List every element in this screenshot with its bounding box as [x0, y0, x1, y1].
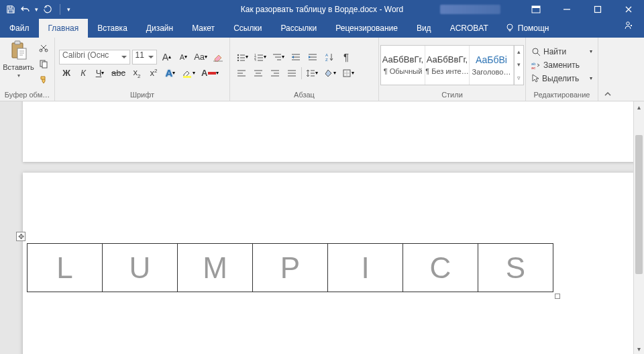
style-normal[interactable]: АаБбВвГг, ¶ Обычный — [381, 46, 425, 85]
table-cell[interactable]: S — [478, 244, 553, 292]
tell-me-help[interactable]: Помощн — [498, 19, 556, 38]
copy-icon[interactable] — [36, 56, 51, 71]
lightbulb-icon — [504, 23, 515, 34]
format-painter-icon[interactable] — [36, 73, 51, 87]
minimize-button[interactable] — [551, 0, 582, 19]
svg-point-10 — [45, 49, 48, 52]
table-cell[interactable]: P — [253, 244, 328, 292]
scroll-up-icon[interactable]: ▴ — [634, 101, 644, 112]
bold-icon[interactable]: Ж — [59, 66, 74, 81]
close-button[interactable] — [613, 0, 644, 19]
tab-acrobat[interactable]: ACROBAT — [441, 19, 498, 38]
maximize-button[interactable] — [582, 0, 613, 19]
replace-button[interactable]: abac Заменить — [530, 58, 594, 72]
table-cell[interactable]: I — [328, 244, 403, 292]
align-center-icon[interactable] — [251, 66, 266, 81]
superscript-icon[interactable]: x2 — [146, 66, 161, 81]
paste-button[interactable]: Вставить ▾ — [4, 40, 34, 79]
tab-references[interactable]: Ссылки — [224, 19, 271, 38]
svg-rect-12 — [42, 62, 47, 68]
chevron-down-icon: ▾ — [590, 75, 592, 81]
document-canvas[interactable]: ✥ L U M P I C S — [16, 101, 633, 354]
tab-design[interactable]: Дизайн — [137, 19, 182, 38]
tab-file[interactable]: Файл — [0, 19, 39, 38]
sort-icon[interactable]: AZ — [322, 50, 337, 64]
svg-point-19 — [237, 59, 239, 60]
vertical-scrollbar[interactable]: ▴ ▾ — [633, 101, 644, 354]
table-cell[interactable]: M — [178, 244, 253, 292]
underline-icon[interactable]: Ч▾ — [93, 66, 107, 81]
svg-text:ac: ac — [531, 66, 535, 69]
align-right-icon[interactable] — [268, 66, 282, 81]
line-spacing-icon[interactable]: ▾ — [304, 66, 320, 81]
align-left-icon[interactable] — [234, 66, 249, 81]
font-name-input[interactable]: Calibri (Оснс — [59, 50, 130, 64]
increase-indent-icon[interactable] — [305, 50, 320, 64]
grow-font-icon[interactable]: A▴ — [159, 50, 174, 64]
cut-icon[interactable] — [36, 40, 51, 55]
tab-insert[interactable]: Вставка — [88, 19, 137, 38]
italic-icon[interactable]: К — [76, 66, 91, 81]
group-label-editing: Редактирование — [530, 89, 594, 101]
scroll-down-icon[interactable]: ▾ — [634, 343, 644, 354]
table-move-handle-icon[interactable]: ✥ — [16, 232, 25, 241]
style-no-spacing[interactable]: АаБбВвГг, ¶ Без инте… — [425, 46, 470, 85]
ribbon-display-options-icon[interactable] — [521, 0, 551, 19]
group-label-paragraph: Абзац — [234, 89, 374, 101]
find-label: Найти — [543, 47, 566, 56]
decrease-indent-icon[interactable] — [288, 50, 303, 64]
bullets-icon[interactable]: ▾ — [234, 50, 250, 64]
strike-icon[interactable]: abc — [109, 66, 127, 81]
vertical-ruler[interactable] — [0, 101, 16, 354]
numbering-icon[interactable]: 123▾ — [252, 50, 268, 64]
text-effects-icon[interactable]: A▾ — [163, 66, 178, 81]
justify-icon[interactable] — [284, 66, 299, 81]
window-controls — [440, 0, 644, 19]
share-button[interactable] — [612, 19, 644, 38]
svg-rect-3 — [595, 7, 601, 13]
undo-icon[interactable] — [20, 4, 31, 15]
tab-review[interactable]: Рецензирование — [326, 19, 407, 38]
save-icon[interactable] — [5, 4, 16, 15]
table-resize-handle-icon[interactable] — [555, 294, 560, 299]
style-heading1[interactable]: АаБбВі Заголово… — [470, 46, 514, 85]
svg-rect-0 — [532, 6, 540, 13]
scroll-thumb[interactable] — [635, 135, 643, 273]
tab-layout[interactable]: Макет — [182, 19, 224, 38]
table-cell[interactable]: U — [103, 244, 178, 292]
collapse-ribbon-icon[interactable] — [598, 38, 617, 101]
table-cell[interactable]: C — [403, 244, 478, 292]
multilevel-list-icon[interactable]: ▾ — [270, 50, 286, 64]
show-marks-icon[interactable]: ¶ — [339, 50, 354, 64]
shading-icon[interactable]: ▾ — [322, 66, 338, 81]
tab-view[interactable]: Вид — [407, 19, 441, 38]
undo-dropdown-icon[interactable]: ▾ — [35, 6, 38, 13]
svg-line-37 — [537, 53, 540, 56]
qat-customize-icon[interactable]: ▾ — [67, 6, 70, 13]
chevron-down-icon: ▾ — [590, 48, 592, 54]
chevron-down-icon: ▾ — [17, 73, 20, 79]
paste-label: Вставить — [3, 63, 34, 71]
change-case-icon[interactable]: Aa▾ — [193, 50, 209, 64]
select-button[interactable]: Выделить ▾ — [530, 72, 594, 85]
font-size-input[interactable]: 11 — [132, 50, 158, 64]
clear-formatting-icon[interactable] — [211, 50, 225, 64]
group-label-font: Шрифт — [59, 89, 225, 101]
redo-icon[interactable] — [42, 4, 53, 15]
table-cell[interactable]: L — [28, 244, 103, 292]
shrink-font-icon[interactable]: A▾ — [176, 50, 191, 64]
scroll-track[interactable] — [634, 112, 644, 343]
tab-mailings[interactable]: Рассылки — [271, 19, 326, 38]
group-paragraph: ▾ 123▾ ▾ AZ ¶ ▾ ▾ ▾ Абзац — [230, 38, 379, 101]
subscript-icon[interactable]: x2 — [129, 66, 144, 81]
find-button[interactable]: Найти ▾ — [530, 45, 594, 58]
svg-rect-13 — [183, 76, 191, 78]
font-color-icon[interactable]: A▾ — [199, 66, 221, 81]
highlight-icon[interactable]: ▾ — [180, 66, 197, 81]
borders-icon[interactable]: ▾ — [340, 66, 356, 81]
gallery-spinner[interactable]: ▴ ▾ ▿ — [514, 46, 523, 85]
group-styles: АаБбВвГг, ¶ Обычный АаБбВвГг, ¶ Без инте… — [379, 38, 526, 101]
document-table[interactable]: L U M P I C S — [27, 243, 553, 292]
tab-home[interactable]: Главная — [39, 19, 89, 38]
svg-point-9 — [40, 49, 42, 52]
